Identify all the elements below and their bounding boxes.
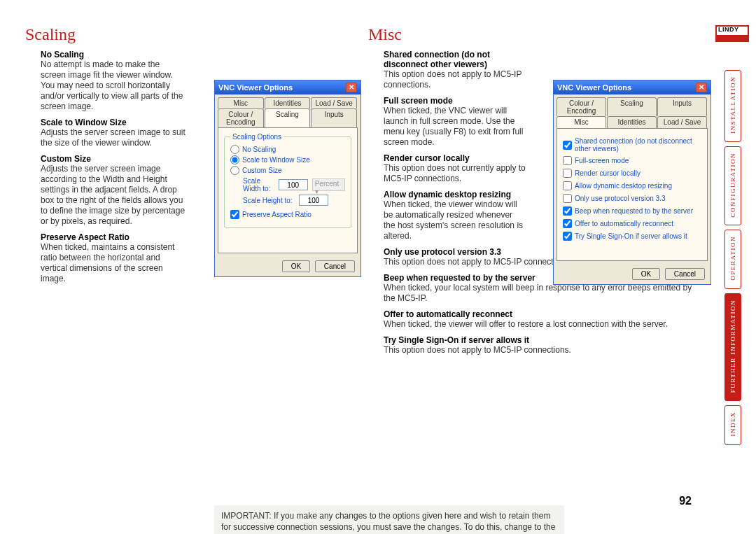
- entry-desc: Adjusts the server screen image accordin…: [41, 164, 186, 227]
- tab-loadsave[interactable]: Load / Save: [311, 97, 357, 108]
- entry-desc: This option does not apply to MC5-IP con…: [384, 69, 526, 90]
- dialog-scaling: VNC Viewer Options ✕ Misc Identities Loa…: [214, 80, 361, 277]
- radio-label: No Scaling: [242, 146, 276, 153]
- checkbox-misc-7[interactable]: Try Single Sign-On if server allows it: [563, 232, 701, 241]
- checkbox-label: Only use protocol version 3.3: [575, 195, 666, 202]
- field-label: Scale Height to:: [243, 197, 299, 204]
- scaling-column: Scaling No Scaling No attempt is made to…: [25, 25, 186, 290]
- checkbox-label: Offer to automatically reconnect: [575, 220, 673, 227]
- entry-no-scaling: No Scaling No attempt is made to make th…: [41, 50, 186, 112]
- lindy-logo: LINDY: [715, 25, 749, 42]
- tab-colour[interactable]: Colour / Encoding: [218, 108, 264, 127]
- tab-identities[interactable]: Identities: [265, 97, 311, 108]
- tab-colour[interactable]: Colour / Encoding: [556, 97, 606, 116]
- checkbox-label: Beep when requested to by the server: [575, 207, 693, 215]
- entry-title: Beep when requested to by the server: [384, 273, 536, 283]
- entry-sso: Try Single Sign-On if server allows it T…: [384, 335, 697, 356]
- nav-installation[interactable]: INSTALLATION: [724, 70, 741, 142]
- entry-desc: No attempt is made to make the screen im…: [41, 59, 186, 112]
- tab-scaling[interactable]: Scaling: [607, 97, 657, 116]
- ok-button[interactable]: OK: [282, 260, 310, 272]
- scaling-body: No Scaling No attempt is made to make th…: [25, 50, 186, 284]
- entry-desc: This option does not apply to MC5-IP con…: [384, 345, 697, 356]
- tab-identities[interactable]: Identities: [607, 116, 657, 128]
- entry-preserve-aspect: Preserve Aspect Ratio When ticked, maint…: [41, 232, 186, 284]
- entry-title: Preserve Aspect Ratio: [41, 232, 130, 242]
- close-icon[interactable]: ✕: [346, 83, 357, 92]
- checkbox-label: Shared connection (do not disconnect oth…: [575, 137, 701, 153]
- page-number: 92: [679, 495, 692, 507]
- dialog-title-text: VNC Viewer Options: [218, 83, 293, 92]
- cancel-button[interactable]: Cancel: [315, 260, 355, 272]
- tab-body-scaling: Scaling Options No Scaling Scale to Wind…: [218, 127, 358, 253]
- checkbox-misc-2[interactable]: Render cursor locally: [563, 169, 701, 178]
- entry-fullscreen: Full screen mode When ticked, the VNC vi…: [384, 96, 526, 148]
- nav-operation[interactable]: OPERATION: [724, 230, 741, 289]
- checkbox-misc-5[interactable]: Beep when requested to by the server: [563, 206, 701, 216]
- checkbox-misc-4[interactable]: Only use protocol version 3.3: [563, 194, 701, 203]
- nav-configuration[interactable]: CONFIGURATION: [724, 146, 741, 226]
- checkbox-label: Render cursor locally: [575, 169, 640, 177]
- entry-title: Custom Size: [41, 154, 91, 164]
- tabs-area: Misc Identities Load / Save Colour / Enc…: [215, 94, 360, 127]
- entry-desc: Adjusts the server screen image to suit …: [41, 127, 186, 148]
- entry-desc: When ticked, the viewer window will be a…: [384, 199, 526, 241]
- tab-scaling[interactable]: Scaling: [265, 108, 311, 127]
- entry-desc: When ticked, the VNC viewer will launch …: [384, 106, 526, 148]
- radio-no-scaling[interactable]: No Scaling: [230, 145, 345, 154]
- dialog-titlebar: VNC Viewer Options ✕: [554, 80, 710, 94]
- scaling-heading: Scaling: [25, 25, 186, 44]
- group-title: Scaling Options: [230, 133, 284, 141]
- dialog-misc: VNC Viewer Options ✕ Colour / Encoding S…: [553, 80, 711, 285]
- checkbox-label: Full-screen mode: [575, 157, 629, 164]
- tab-inputs[interactable]: Inputs: [657, 97, 707, 116]
- input-scale-height[interactable]: [299, 195, 328, 206]
- radio-scale-to-window[interactable]: Scale to Window Size: [230, 155, 345, 164]
- tab-misc[interactable]: Misc: [218, 97, 264, 108]
- important-note: IMPORTANT: If you make any changes to th…: [214, 505, 564, 534]
- entry-title: Try Single Sign-On if server allows it: [384, 335, 529, 345]
- entry-title: Only use protocol version 3.3: [384, 247, 501, 257]
- checkbox-misc-6[interactable]: Offer to automatically reconnect: [563, 219, 701, 228]
- entry-desc: When ticked, maintains a consistent rati…: [41, 242, 186, 284]
- entry-title: Offer to automatically reconnect: [384, 309, 512, 319]
- entry-title: Render cursor locally: [384, 153, 470, 163]
- checkbox-misc-1[interactable]: Full-screen mode: [563, 156, 701, 165]
- dialog-titlebar: VNC Viewer Options ✕: [215, 80, 360, 94]
- dialog-buttons: OK Cancel: [215, 256, 360, 276]
- nav-label: INSTALLATION: [729, 76, 736, 134]
- entry-shared-conn: Shared connection (do not disconnect oth…: [384, 50, 526, 90]
- entry-title: Allow dynamic desktop resizing: [384, 190, 511, 199]
- input-scale-width[interactable]: [279, 179, 308, 190]
- entry-scale-window: Scale to Window Size Adjusts the server …: [41, 118, 186, 148]
- checkbox-label: Try Single Sign-On if server allows it: [575, 232, 687, 240]
- entry-reconnect: Offer to automatically reconnect When ti…: [384, 309, 697, 330]
- entry-title: Scale to Window Size: [41, 118, 127, 127]
- entry-desc: When ticked, the viewer will offer to re…: [384, 319, 697, 330]
- checkbox-misc-3[interactable]: Allow dynamic desktop resizing: [563, 181, 701, 190]
- radio-custom-size[interactable]: Custom Size: [230, 166, 345, 175]
- ok-button[interactable]: OK: [632, 268, 660, 280]
- nav-further-information[interactable]: FURTHER INFORMATION: [724, 293, 741, 401]
- tab-loadsave[interactable]: Load / Save: [657, 116, 707, 128]
- entry-render-cursor: Render cursor locally This option does n…: [384, 153, 526, 184]
- tab-inputs[interactable]: Inputs: [311, 108, 357, 127]
- nav-index[interactable]: INDEX: [724, 405, 741, 445]
- nav-label: OPERATION: [729, 236, 736, 281]
- nav-label: CONFIGURATION: [729, 153, 736, 218]
- checkbox-label: Preserve Aspect Ratio: [242, 211, 312, 218]
- checkbox-misc-0[interactable]: Shared connection (do not disconnect oth…: [563, 137, 701, 153]
- cancel-button[interactable]: Cancel: [665, 268, 705, 280]
- right-sidebar: LINDY INSTALLATIONCONFIGURATIONOPERATION…: [715, 25, 750, 449]
- field-label: Scale Width to:: [243, 177, 279, 192]
- entry-desc: This option does not currently apply to …: [384, 163, 526, 184]
- close-icon[interactable]: ✕: [696, 83, 707, 92]
- entry-title: Full screen mode: [384, 96, 453, 106]
- tab-misc[interactable]: Misc: [556, 116, 606, 128]
- select-unit[interactable]: Percent ▾: [312, 178, 345, 191]
- entry-desc: When ticked, your local system will beep…: [384, 283, 697, 304]
- entry-custom-size: Custom Size Adjusts the server screen im…: [41, 154, 186, 227]
- checkbox-preserve-aspect[interactable]: Preserve Aspect Ratio: [230, 210, 345, 219]
- entry-title: Shared connection (do not disconnect oth…: [384, 50, 490, 69]
- entry-dynamic-resize: Allow dynamic desktop resizing When tick…: [384, 190, 526, 241]
